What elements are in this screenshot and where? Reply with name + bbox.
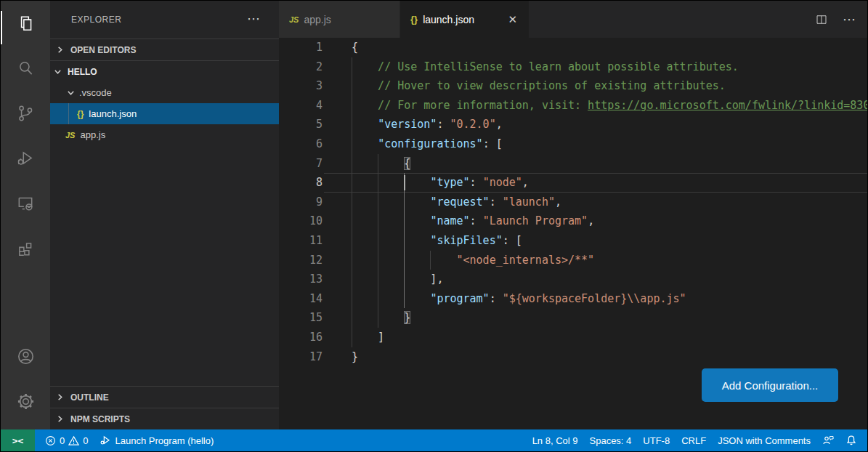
line-number[interactable]: 8 bbox=[279, 173, 323, 193]
code-token: // For more information, visit: bbox=[352, 99, 588, 112]
indent-guide bbox=[352, 154, 352, 174]
line-number[interactable]: 6 bbox=[279, 134, 323, 154]
code-line[interactable]: 10 "name": "Launch Program", bbox=[279, 211, 867, 231]
code-token: } bbox=[404, 311, 410, 324]
code-line[interactable]: 7 { bbox=[279, 154, 867, 174]
explorer-sidebar: EXPLORER ⋯ OPEN EDITORS HELLO .vscode bbox=[50, 1, 279, 429]
code-line[interactable]: 13 ], bbox=[279, 270, 867, 289]
code-line[interactable]: 4 // For more information, visit: https:… bbox=[279, 96, 867, 116]
tab-label: launch.json bbox=[423, 14, 474, 25]
line-number[interactable]: 7 bbox=[279, 154, 323, 174]
tab-launch-json[interactable]: {} launch.json ✕ bbox=[400, 1, 529, 38]
code-line[interactable]: 6 "configurations": [ bbox=[279, 134, 867, 154]
tree-item-app-js[interactable]: JS app.js bbox=[50, 124, 279, 145]
open-editors-section[interactable]: OPEN EDITORS bbox=[50, 39, 279, 60]
line-number[interactable]: 13 bbox=[279, 270, 323, 289]
code-line[interactable]: 14 "program": "${workspaceFolder}\\app.j… bbox=[279, 289, 867, 309]
code-token: // Hover to view descriptions of existin… bbox=[352, 79, 726, 92]
file-label: app.js bbox=[80, 129, 105, 140]
code-line[interactable]: 9 "request": "launch", bbox=[279, 193, 867, 212]
indent-guide bbox=[352, 76, 352, 96]
js-file-icon: JS bbox=[65, 131, 75, 140]
code-line[interactable]: 12 "<node_internals>/**" bbox=[279, 251, 867, 270]
source-control-icon[interactable] bbox=[1, 91, 50, 136]
extensions-icon[interactable] bbox=[1, 226, 50, 271]
code-line[interactable]: 5 "version": "0.2.0", bbox=[279, 115, 867, 134]
tree-indent-guide bbox=[68, 103, 69, 124]
files-icon bbox=[16, 14, 35, 33]
text-cursor bbox=[404, 175, 405, 190]
comment-link[interactable]: https://go.microsoft.com/fwlink/?linkid=… bbox=[588, 99, 867, 112]
feedback-status[interactable] bbox=[816, 429, 840, 451]
line-number[interactable]: 10 bbox=[279, 211, 323, 231]
explorer-more-actions-icon[interactable]: ⋯ bbox=[247, 11, 261, 27]
notifications-status[interactable] bbox=[840, 429, 863, 451]
code-line[interactable]: 8 "type": "node", bbox=[279, 173, 867, 193]
tree-item-launch-json[interactable]: {} launch.json bbox=[50, 103, 279, 124]
npm-scripts-section[interactable]: NPM SCRIPTS bbox=[50, 408, 279, 429]
line-number[interactable]: 12 bbox=[279, 251, 323, 270]
code-editor[interactable]: 1{2 // Use IntelliSense to learn about p… bbox=[279, 38, 867, 429]
line-number[interactable]: 9 bbox=[279, 193, 323, 212]
line-number[interactable]: 14 bbox=[279, 289, 323, 309]
warning-count: 0 bbox=[83, 435, 88, 446]
indent-guide bbox=[404, 193, 405, 212]
encoding-status[interactable]: UTF-8 bbox=[637, 429, 676, 451]
search-icon[interactable] bbox=[1, 46, 50, 91]
debug-launch-status[interactable]: Launch Program (hello) bbox=[94, 429, 219, 451]
outline-section[interactable]: OUTLINE bbox=[50, 387, 279, 408]
tree-item-vscode-folder[interactable]: .vscode bbox=[50, 82, 279, 103]
language-mode-status[interactable]: JSON with Comments bbox=[712, 429, 816, 451]
code-line[interactable]: 2 // Use IntelliSense to learn about pos… bbox=[279, 57, 867, 77]
error-count: 0 bbox=[60, 435, 65, 446]
code-line[interactable]: 3 // Hover to view descriptions of exist… bbox=[279, 76, 867, 96]
indent-guide bbox=[430, 251, 431, 270]
explorer-icon[interactable] bbox=[1, 1, 50, 46]
close-icon[interactable]: ✕ bbox=[506, 13, 519, 26]
line-number[interactable]: 1 bbox=[279, 38, 323, 57]
split-editor-icon[interactable] bbox=[815, 13, 828, 26]
line-number[interactable]: 15 bbox=[279, 308, 323, 328]
folder-section-hello[interactable]: HELLO bbox=[50, 61, 279, 82]
code-line[interactable]: 11 "skipFiles": [ bbox=[279, 231, 867, 251]
cursor-position-status[interactable]: Ln 8, Col 9 bbox=[527, 429, 584, 451]
eol-status[interactable]: CRLF bbox=[676, 429, 712, 451]
problems-status[interactable]: 0 0 bbox=[39, 429, 94, 451]
indent-guide bbox=[404, 231, 405, 251]
run-debug-icon[interactable] bbox=[1, 136, 50, 181]
indent-guide bbox=[352, 251, 352, 270]
code-token: "Launch Program" bbox=[483, 214, 588, 227]
indentation-status[interactable]: Spaces: 4 bbox=[584, 429, 638, 451]
line-number[interactable]: 2 bbox=[279, 57, 323, 77]
account-icon[interactable] bbox=[1, 334, 50, 379]
bell-icon bbox=[845, 435, 857, 446]
activity-bar bbox=[1, 1, 50, 429]
line-number[interactable]: 16 bbox=[279, 328, 323, 347]
status-bar: >< 0 0 Launch Program (hello) bbox=[1, 429, 867, 451]
add-configuration-button[interactable]: Add Configuration... bbox=[702, 368, 838, 402]
code-line[interactable]: 1{ bbox=[279, 38, 867, 57]
outline-label: OUTLINE bbox=[70, 392, 109, 403]
indent-guide bbox=[378, 154, 378, 174]
remote-indicator[interactable]: >< bbox=[1, 429, 35, 451]
line-number[interactable]: 4 bbox=[279, 96, 323, 116]
line-number[interactable]: 17 bbox=[279, 347, 323, 367]
indent-guide bbox=[378, 211, 378, 231]
code-token bbox=[352, 176, 430, 189]
code-line[interactable]: 16 ] bbox=[279, 328, 867, 347]
tab-app-js[interactable]: JS app.js bbox=[279, 1, 400, 38]
editor-more-actions-icon[interactable]: ⋯ bbox=[843, 12, 857, 28]
line-number[interactable]: 5 bbox=[279, 115, 323, 134]
remote-explorer-icon[interactable] bbox=[1, 181, 50, 226]
line-number[interactable]: 3 bbox=[279, 76, 323, 96]
code-token: : bbox=[470, 176, 483, 189]
settings-gear-icon[interactable] bbox=[1, 379, 50, 424]
code-token bbox=[352, 234, 430, 247]
indent-guide bbox=[352, 115, 352, 134]
line-number[interactable]: 11 bbox=[279, 231, 323, 251]
code-token: "configurations" bbox=[378, 137, 483, 150]
code-line[interactable]: 17} bbox=[279, 347, 867, 367]
code-token bbox=[352, 292, 430, 305]
code-line[interactable]: 15 } bbox=[279, 308, 867, 328]
monitor-remote-icon bbox=[16, 194, 35, 213]
